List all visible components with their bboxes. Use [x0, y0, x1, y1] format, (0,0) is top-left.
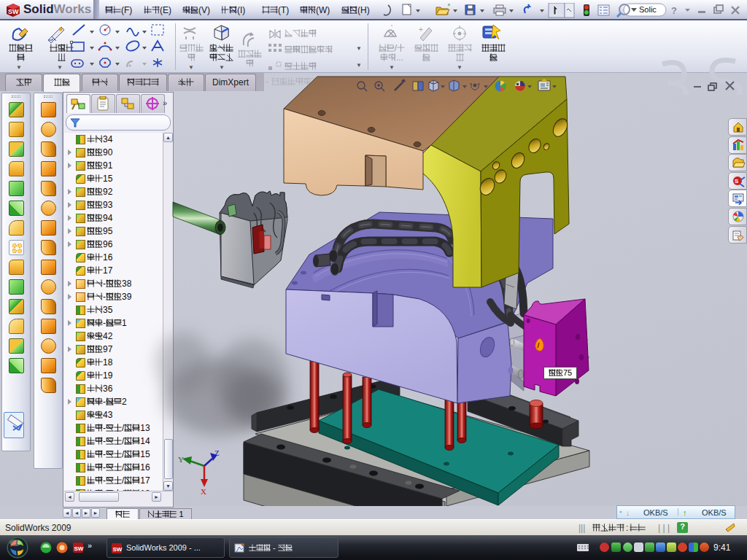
svg-text:SW: SW: [113, 546, 123, 553]
svg-text:SW: SW: [74, 545, 84, 552]
svg-text:Solic: Solic: [639, 5, 657, 14]
svg-text:Y: Y: [178, 455, 184, 464]
svg-text:SW: SW: [8, 8, 19, 15]
svg-text:?: ?: [671, 5, 677, 16]
svg-text:X: X: [201, 487, 206, 496]
svg-text:Z: Z: [214, 448, 220, 457]
svg-text:+: +: [419, 26, 423, 34]
svg-text:S: S: [735, 178, 739, 184]
